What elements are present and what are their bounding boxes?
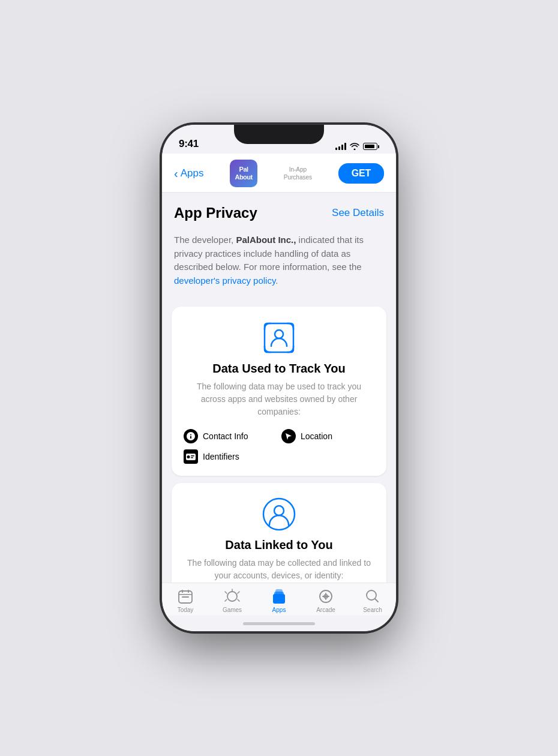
svg-rect-24 (188, 590, 189, 593)
phone-screen: 9:41 ‹ (162, 125, 396, 631)
info-circle-icon (184, 429, 198, 443)
status-icons (335, 143, 379, 150)
see-details-link[interactable]: See Details (332, 207, 384, 219)
get-button[interactable]: GET (338, 163, 384, 184)
tab-apps-label: Apps (272, 607, 286, 613)
track-item-contact: Contact Info (184, 429, 277, 443)
track-item-location: Location (281, 429, 374, 443)
privacy-header-row: App Privacy See Details (174, 205, 384, 227)
id-card-icon (184, 449, 198, 464)
linked-card-description: The following data may be collected and … (184, 557, 374, 582)
battery-icon (363, 143, 379, 150)
linked-card: Data Linked to You The following data ma… (172, 483, 386, 583)
linked-you-icon (262, 497, 296, 531)
tab-bar: Today Games (162, 583, 396, 616)
privacy-policy-link[interactable]: developer's privacy policy (174, 275, 275, 286)
track-contact-label: Contact Info (203, 431, 248, 441)
track-identifiers-label: Identifiers (203, 452, 239, 461)
track-item-identifiers: Identifiers (184, 449, 277, 464)
tab-games-label: Games (223, 607, 242, 613)
track-you-icon (262, 321, 296, 355)
track-card-title: Data Used to Track You (184, 362, 374, 376)
svg-rect-7 (191, 455, 194, 457)
tab-search[interactable]: Search (349, 588, 396, 613)
tab-today[interactable]: Today (162, 588, 209, 613)
location-arrow-icon (281, 429, 296, 443)
svg-rect-23 (182, 590, 183, 593)
app-icon-text: PalAbout (235, 166, 252, 181)
track-card: Data Used to Track You The following dat… (172, 307, 386, 476)
home-indicator (162, 616, 396, 631)
svg-point-10 (274, 506, 284, 515)
track-icon-wrapper (184, 321, 374, 355)
home-bar (243, 622, 315, 625)
app-privacy-title: App Privacy (174, 205, 257, 221)
linked-card-title: Data Linked to You (184, 538, 374, 552)
scroll-content[interactable]: App Privacy See Details The developer, P… (162, 193, 396, 583)
track-location-label: Location (301, 431, 332, 441)
purchase-info: In-AppPurchases (284, 166, 312, 181)
search-icon (364, 588, 381, 605)
wifi-icon (350, 143, 359, 150)
svg-point-3 (190, 434, 191, 436)
svg-point-1 (275, 330, 283, 338)
phone-frame: 9:41 ‹ (162, 125, 396, 631)
today-icon (177, 588, 194, 605)
tab-arcade-label: Arcade (316, 607, 335, 613)
svg-rect-4 (190, 436, 191, 439)
notch (234, 125, 324, 144)
back-label: Apps (181, 167, 204, 179)
tab-search-label: Search (363, 607, 382, 613)
svg-point-9 (263, 499, 295, 530)
apps-icon (271, 588, 287, 605)
back-button[interactable]: ‹ Apps (174, 167, 203, 179)
privacy-description: The developer, PalAbout Inc., indicated … (174, 233, 384, 287)
app-icon: PalAbout (230, 160, 257, 187)
svg-point-6 (187, 455, 190, 458)
arcade-icon (317, 588, 334, 605)
svg-rect-26 (182, 596, 189, 598)
svg-rect-8 (191, 457, 193, 458)
in-app-label: In-AppPurchases (284, 166, 312, 181)
app-info: PalAbout (230, 160, 257, 187)
tab-arcade[interactable]: Arcade (302, 588, 349, 613)
status-time: 9:41 (179, 138, 199, 150)
signal-icon (335, 143, 346, 150)
tab-today-label: Today (178, 607, 194, 613)
linked-icon-wrapper (184, 497, 374, 531)
nav-bar: ‹ Apps PalAbout In-AppPurchases GET (162, 154, 396, 193)
chevron-left-icon: ‹ (174, 167, 178, 179)
svg-rect-25 (179, 594, 192, 595)
games-icon (224, 588, 241, 605)
developer-name: PalAbout Inc., (236, 235, 296, 245)
tab-games[interactable]: Games (209, 588, 256, 613)
track-card-description: The following data may be used to track … (184, 380, 374, 418)
svg-rect-29 (275, 589, 283, 599)
privacy-header-section: App Privacy See Details The developer, P… (162, 193, 396, 301)
track-items-grid: Contact Info Location (184, 429, 374, 464)
tab-apps[interactable]: Apps (256, 588, 302, 613)
